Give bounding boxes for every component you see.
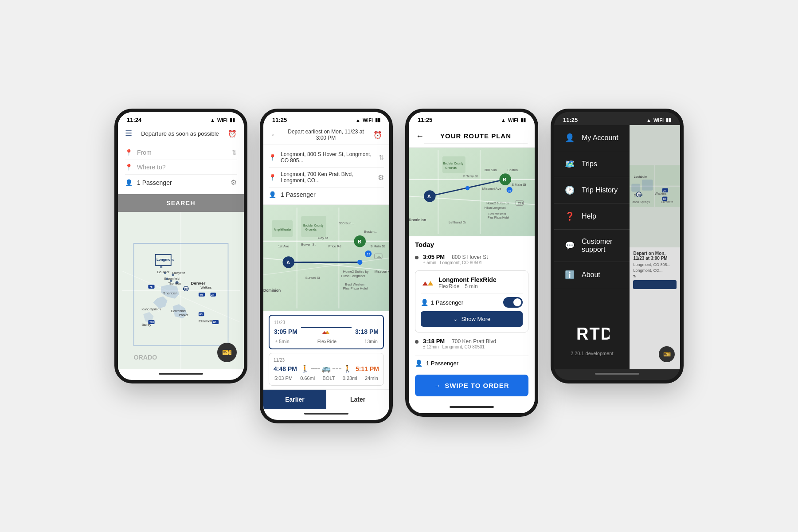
phone1-from-field[interactable]: From — [137, 149, 227, 156]
phone4-partial-right: Lochbuie DEN DEN Watkins Idaho Springs E… — [630, 125, 680, 369]
phone2-nav-header: ← Depart earliest on Mon, 11/23 at 3:00 … — [263, 125, 389, 145]
menu-item-account[interactable]: 👤 My Account — [554, 125, 630, 151]
phone3-status-bar: 11:25 ▲ WiFi ▮▮ — [409, 112, 535, 125]
svg-text:DEN: DEN — [183, 287, 189, 290]
menu-item-trips[interactable]: 🗺️ Trips — [554, 151, 630, 177]
svg-text:Best Western: Best Western — [489, 212, 506, 215]
svg-text:ORADO: ORADO — [134, 354, 157, 361]
stop1-tolerance: ± 5min — [423, 260, 436, 265]
trip2-date: 11/23 — [274, 358, 379, 363]
svg-text:300 Sun...: 300 Sun... — [484, 168, 499, 172]
stop1-address: 800 S Hover St — [452, 254, 488, 260]
svg-text:Lafayette: Lafayette — [172, 271, 185, 275]
svg-marker-104 — [422, 282, 428, 286]
svg-text:Home2 Suites by: Home2 Suites by — [343, 270, 369, 274]
svg-text:Plus Plaza Hotel: Plus Plaza Hotel — [488, 216, 509, 219]
signal-icon-3: ▲ — [501, 117, 506, 123]
phone3-day-label: Today — [415, 236, 528, 251]
phone3-map: Boulder County Grounds A B 19 S Main St — [409, 148, 535, 236]
from-pin-icon-2: 📍 — [269, 154, 276, 161]
stop1-time: 3:05 PM — [423, 254, 445, 260]
walk-icon-2: 🚶 — [343, 364, 352, 373]
partial-ticket-icon[interactable]: 🎫 — [659, 346, 675, 362]
svg-text:24: 24 — [663, 189, 666, 192]
menu-item-help[interactable]: ❓ Help — [554, 203, 630, 230]
svg-text:Boulder County: Boulder County — [443, 162, 464, 165]
phone1-search-btn[interactable]: SEARCH — [118, 194, 244, 212]
svg-point-87 — [466, 186, 469, 190]
svg-point-54 — [357, 260, 362, 265]
phone1-from-row[interactable]: 📍 From ⇅ — [125, 145, 237, 160]
passenger-toggle[interactable] — [503, 297, 523, 308]
phone3-status-icons: ▲ WiFi ▮▮ — [501, 117, 526, 123]
svg-text:S Main St: S Main St — [512, 183, 527, 187]
svg-text:Dominion: Dominion — [263, 288, 281, 293]
phone1-to-row[interactable]: 📍 Where to? — [125, 160, 237, 175]
about-icon: ℹ️ — [565, 270, 575, 280]
swap-icon[interactable]: ⇅ — [231, 149, 237, 156]
phone2-status-bar: 11:25 ▲ WiFi ▮▮ — [263, 112, 389, 125]
menu-item-trip-history[interactable]: 🕐 Trip History — [554, 177, 630, 203]
later-btn[interactable]: Later — [326, 390, 389, 409]
hamburger-icon[interactable]: ☰ — [125, 129, 132, 138]
svg-text:Hilton Longmont: Hilton Longmont — [484, 206, 505, 210]
svg-text:B: B — [358, 239, 361, 244]
trip2-duration: 24min — [365, 376, 378, 381]
filter-icon-2[interactable]: ⚙ — [378, 173, 384, 182]
phone2-to-row[interactable]: 📍 Longmont, 700 Ken Pratt Blvd, Longmont… — [269, 168, 384, 188]
phone2-from-address: Longmont, 800 S Hover St, Longmont, CO 8… — [281, 151, 374, 164]
svg-text:Sheridan: Sheridan — [163, 291, 177, 295]
svg-text:Parker: Parker — [179, 313, 189, 317]
flexride-header: Longmont FlexRide FlexRide 5 min — [421, 276, 523, 289]
trip2-service: BOLT — [323, 376, 335, 381]
swap-icon-2[interactable]: ⇅ — [379, 154, 384, 161]
phone2-from-row[interactable]: 📍 Longmont, 800 S Hover St, Longmont, CO… — [269, 148, 384, 168]
flexride-type: FlexRide — [438, 283, 459, 289]
flexride-divider — [421, 293, 523, 293]
partial-map-svg: Lochbuie DEN DEN Watkins Idaho Springs E… — [630, 125, 680, 247]
swipe-label: SWIPE TO ORDER — [445, 382, 509, 389]
trip-option-1[interactable]: 11/23 3:05 PM 3:18 PM — [269, 315, 384, 349]
phone1-header: ☰ Departure as soon as possible ⏰ — [118, 125, 244, 142]
svg-text:Missouri Ave: Missouri Ave — [482, 187, 501, 191]
phone3-stop2: 3:18 PM 700 Ken Pratt Blvd ± 12min Longm… — [415, 335, 528, 352]
phone4-menu: 👤 My Account 🗺️ Trips 🕐 Trip History ❓ H… — [554, 125, 630, 369]
menu-spacer — [554, 288, 630, 309]
signal-icon: ▲ — [210, 117, 215, 123]
trip1-arrive-time: 3:18 PM — [355, 328, 379, 335]
svg-text:83: 83 — [200, 313, 203, 316]
svg-text:Centennial: Centennial — [171, 309, 186, 313]
trip-option-2[interactable]: 11/23 4:48 PM 🚶 🚌 🚶 5:11 PM 5: — [269, 353, 384, 386]
stop1-city: Longmont, CO 80501 — [440, 260, 482, 265]
flexride-mountain-icon — [321, 329, 332, 336]
svg-text:Elizabeth: Elizabeth — [199, 319, 213, 323]
phone2-trip-options: 11/23 3:05 PM 3:18 PM — [263, 311, 389, 389]
ticket-icon-btn[interactable]: 🎫 — [217, 343, 237, 362]
menu-item-about[interactable]: ℹ️ About — [554, 262, 630, 288]
phone4-time: 11:25 — [563, 117, 578, 123]
show-more-btn[interactable]: ⌄ Show More — [421, 311, 523, 327]
svg-text:F Terry St: F Terry St — [463, 174, 478, 178]
clock-icon-2[interactable]: ⏰ — [373, 131, 382, 139]
earlier-btn[interactable]: Earlier — [263, 390, 326, 409]
svg-text:Longmont: Longmont — [156, 258, 174, 262]
svg-text:287: 287 — [377, 255, 382, 258]
svg-text:Idaho Springs: Idaho Springs — [632, 200, 650, 204]
svg-text:300 Sun...: 300 Sun... — [339, 221, 354, 225]
back-arrow-2[interactable]: ← — [270, 130, 278, 140]
phone4-split-view: 👤 My Account 🗺️ Trips 🕐 Trip History ❓ H… — [554, 125, 680, 369]
phone3-content: ← YOUR ROUTE PLAN Boulder County Grounds — [409, 125, 535, 403]
battery-icon-3: ▮▮ — [520, 117, 526, 123]
phone1-to-field[interactable]: Where to? — [137, 164, 237, 171]
clock-icon[interactable]: ⏰ — [228, 129, 237, 138]
swipe-to-order-btn[interactable]: → SWIPE TO ORDER — [415, 375, 528, 396]
svg-text:24: 24 — [211, 293, 214, 296]
stop-dot-1 — [415, 256, 419, 259]
help-icon: ❓ — [565, 211, 575, 221]
phone1-passenger-row[interactable]: 👤 1 Passenger ⚙ — [125, 175, 237, 190]
filter-icon[interactable]: ⚙ — [231, 178, 237, 187]
phone3-route-details: Today 3:05 PM 800 S Hover St ± 5min Long… — [409, 236, 535, 370]
svg-text:Grounds: Grounds — [445, 166, 457, 169]
menu-item-support[interactable]: 💬 Customer support — [554, 230, 630, 262]
back-arrow-3[interactable]: ← — [416, 132, 424, 141]
